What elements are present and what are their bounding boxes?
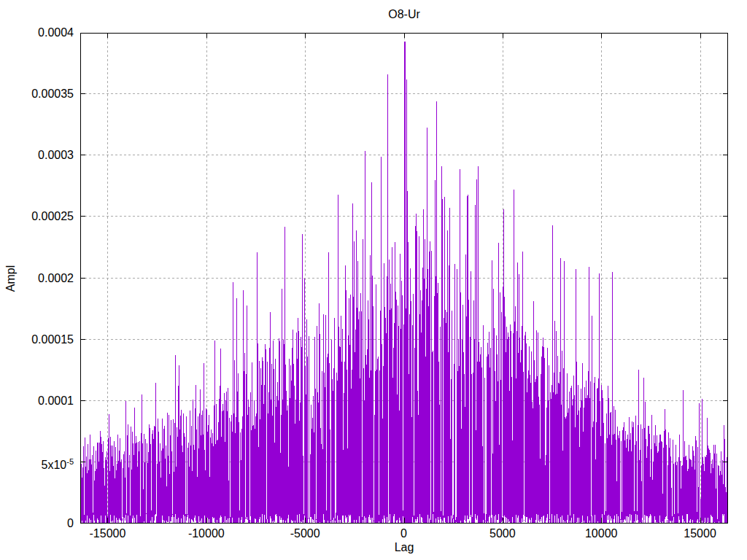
y-tick-label: 0.00025 (0, 210, 74, 222)
y-tick-label: 0.00015 (0, 333, 74, 346)
y-tick-label: 0.0002 (0, 272, 74, 284)
y-tick-label: 0.0004 (0, 26, 74, 39)
y-tick-label: 0 (0, 517, 74, 529)
x-tick-label: 5000 (466, 528, 539, 540)
x-tick-label: 0 (368, 528, 441, 540)
y-tick-label: 0.0001 (0, 394, 74, 407)
x-axis-label: Lag (80, 542, 728, 553)
x-tick-label: -5000 (268, 528, 341, 540)
x-tick-label: 10000 (565, 528, 638, 540)
x-tick-label: -10000 (170, 528, 243, 540)
y-tick-label: 0.00035 (0, 88, 74, 100)
x-tick-label: 15000 (664, 528, 737, 540)
x-tick-label: -15000 (71, 528, 144, 540)
y-tick-label: 5x10-5 (0, 456, 74, 471)
plot-canvas (80, 33, 728, 524)
chart-window: O8-Ur Ampl -15000-10000-5000050001000015… (0, 0, 747, 560)
y-tick-label: 0.0003 (0, 149, 74, 161)
chart-title: O8-Ur (80, 9, 728, 20)
